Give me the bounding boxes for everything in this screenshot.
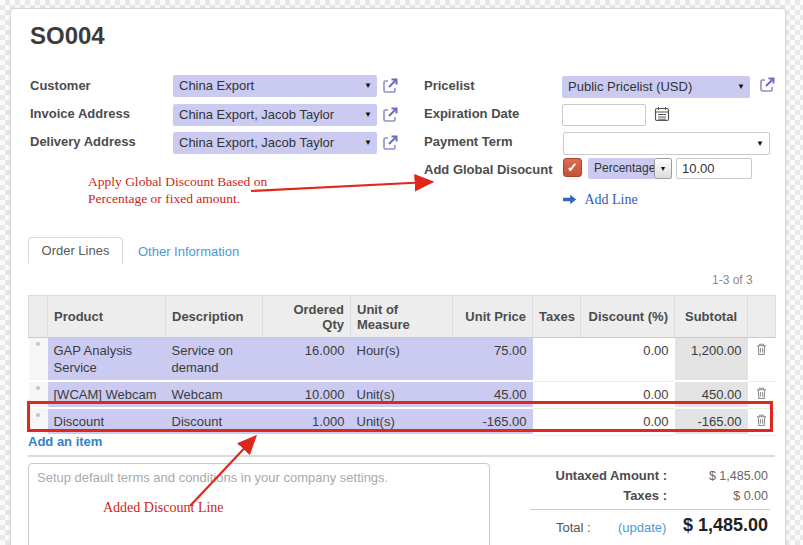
cell-subtotal: 1,200.00 (675, 338, 748, 382)
discount-amount-input[interactable]: 10.00 (676, 158, 752, 179)
external-link-icon[interactable] (381, 106, 399, 124)
pricelist-label: Pricelist (424, 78, 475, 93)
external-link-icon[interactable] (758, 76, 776, 94)
expiration-date-input[interactable] (562, 104, 646, 126)
cell-product[interactable]: GAP Analysis Service (48, 338, 166, 382)
header-ordered-qty: Ordered Qty (263, 296, 351, 338)
cell-description[interactable]: Service on demand (166, 338, 263, 382)
chevron-down-icon: ▼ (660, 165, 667, 172)
add-an-item-link[interactable]: Add an item (28, 434, 102, 449)
external-link-icon[interactable] (381, 77, 399, 95)
header-actions (748, 296, 776, 338)
discount-type-select[interactable]: Percentage (588, 158, 654, 179)
taxes-value: $ 0.00 (600, 489, 768, 503)
payment-term-select[interactable]: ▼ (563, 132, 770, 155)
annotation-global-discount: Apply Global Discount Based on Percentag… (88, 173, 267, 207)
header-unit-price: Unit Price (453, 296, 533, 338)
add-line-label: Add Line (584, 192, 637, 207)
tab-order-lines-label: Order Lines (42, 243, 110, 258)
total-label: Total : (556, 520, 591, 535)
total-value: $ 1,485.00 (600, 515, 768, 536)
annotation-line-2: Percentage or fixed amount. (88, 190, 267, 207)
expiration-date-label: Expiration Date (424, 106, 519, 121)
discount-type-value: Percentage (594, 161, 655, 175)
invoice-address-select[interactable]: China Export, Jacob Taylor ▼ (173, 104, 377, 126)
header-handle (29, 296, 48, 338)
drag-dot-icon (36, 342, 40, 346)
terms-placeholder: Setup default terms and conditions in yo… (29, 464, 489, 491)
customer-select[interactable]: China Export ▼ (173, 75, 377, 97)
page-title: SO004 (30, 22, 105, 50)
delete-row-button[interactable] (748, 338, 776, 382)
arrow-right-icon (563, 194, 577, 205)
pricelist-value: Public Pricelist (USD) (568, 79, 692, 94)
untaxed-amount-value: $ 1,485.00 (600, 469, 768, 483)
header-subtotal: Subtotal (675, 296, 748, 338)
tab-order-lines[interactable]: Order Lines (28, 237, 123, 264)
chevron-down-icon: ▼ (756, 133, 764, 155)
invoice-address-label: Invoice Address (30, 106, 130, 121)
trash-icon (755, 342, 768, 356)
external-link-icon[interactable] (381, 134, 399, 152)
cell-price[interactable]: 75.00 (453, 338, 533, 382)
global-discount-checkbox[interactable]: ✓ (563, 158, 582, 177)
pager[interactable]: 1-3 of 3 (712, 273, 753, 287)
annotation-line-1: Apply Global Discount Based on (88, 173, 267, 190)
trash-icon (755, 386, 768, 400)
header-taxes: Taxes (533, 296, 581, 338)
discount-row-highlight (27, 401, 773, 432)
cell-qty[interactable]: 16.000 (263, 338, 351, 382)
invoice-address-value: China Export, Jacob Taylor (179, 107, 334, 122)
discount-type-dropdown-button[interactable]: ▼ (654, 158, 672, 179)
drag-handle[interactable] (29, 338, 48, 382)
cell-uom[interactable]: Hour(s) (351, 338, 453, 382)
global-discount-label: Add Global Disocunt (424, 162, 553, 177)
totals-divider (530, 509, 770, 510)
header-product: Product (48, 296, 166, 338)
header-description: Description (166, 296, 263, 338)
chevron-down-icon: ▼ (364, 132, 372, 154)
drag-dot-icon (36, 386, 40, 390)
delivery-address-value: China Export, Jacob Taylor (179, 135, 334, 150)
cell-discount[interactable]: 0.00 (581, 338, 675, 382)
terms-and-conditions-input[interactable]: Setup default terms and conditions in yo… (28, 463, 490, 545)
annotation-added-discount-line: Added Discount Line (103, 499, 224, 516)
header-discount: Discount (%) (581, 296, 675, 338)
chevron-down-icon: ▼ (364, 75, 372, 97)
calendar-icon[interactable] (654, 106, 670, 122)
chevron-down-icon: ▼ (364, 104, 372, 126)
delivery-address-select[interactable]: China Export, Jacob Taylor ▼ (173, 132, 377, 154)
cell-taxes[interactable] (533, 338, 581, 382)
delivery-address-label: Delivery Address (30, 134, 136, 149)
customer-label: Customer (30, 78, 91, 93)
section-divider (28, 455, 775, 457)
payment-term-label: Payment Term (424, 134, 513, 149)
tab-other-information-label: Other Information (138, 244, 239, 259)
add-line-link[interactable]: Add Line (563, 190, 638, 208)
chevron-down-icon: ▼ (737, 76, 745, 98)
discount-amount-value: 10.00 (682, 161, 715, 176)
pricelist-select[interactable]: Public Pricelist (USD) ▼ (562, 76, 750, 98)
tab-other-information[interactable]: Other Information (138, 244, 239, 259)
table-row[interactable]: GAP Analysis Service Service on demand 1… (29, 338, 776, 382)
check-icon: ✓ (567, 160, 578, 175)
header-unit-of-measure: Unit of Measure (351, 296, 453, 338)
table-header-row: Product Description Ordered Qty Unit of … (29, 296, 776, 338)
customer-value: China Export (179, 78, 254, 93)
